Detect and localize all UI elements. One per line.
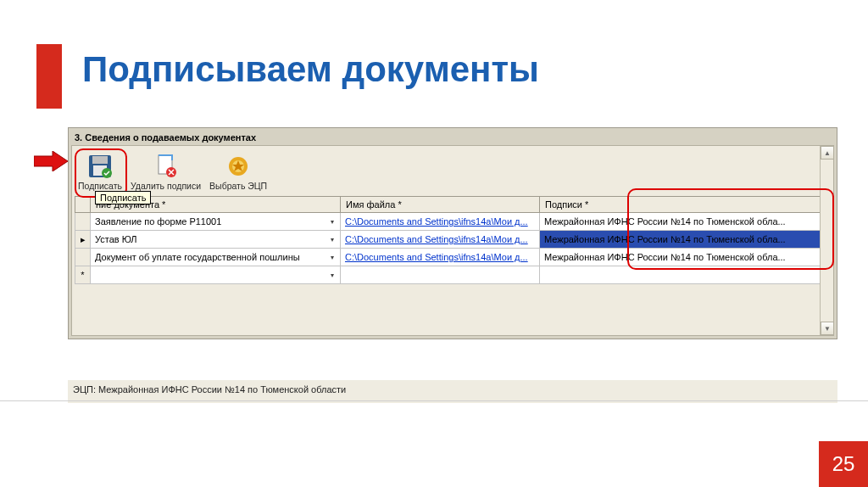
sign-button[interactable]: Подписать bbox=[78, 152, 122, 191]
slide-divider bbox=[0, 400, 868, 401]
pointer-arrow-icon bbox=[34, 151, 68, 171]
document-delete-icon bbox=[152, 152, 181, 181]
table-row[interactable]: ▸Устав ЮЛ▾C:\Documents and Settings\ifns… bbox=[75, 231, 831, 249]
table-row[interactable]: *▾ bbox=[75, 266, 831, 284]
title-accent-bar bbox=[36, 44, 62, 109]
signature-cell[interactable]: Межрайонная ИФНС России №14 по Тюменской… bbox=[540, 249, 831, 266]
slide-number-badge: 25 bbox=[819, 441, 868, 487]
file-path-cell[interactable]: C:\Documents and Settings\ifns14a\Мои д.… bbox=[341, 213, 540, 231]
doc-name-cell[interactable]: Документ об уплате государственной пошли… bbox=[91, 249, 341, 266]
choose-ecp-button[interactable]: Выбрать ЭЦП bbox=[209, 152, 267, 191]
svg-marker-0 bbox=[34, 151, 68, 171]
file-path-cell[interactable]: C:\Documents and Settings\ifns14a\Мои д.… bbox=[341, 231, 540, 249]
choose-ecp-label: Выбрать ЭЦП bbox=[209, 181, 267, 191]
documents-table: ние документа * Имя файла * Подписи * За… bbox=[75, 196, 831, 284]
delete-signatures-label: Удалить подписи bbox=[131, 181, 201, 191]
scroll-track[interactable] bbox=[821, 160, 833, 322]
document-panel: 3. Сведения о подаваемых документах Подп… bbox=[68, 127, 837, 339]
signature-cell[interactable] bbox=[540, 266, 831, 284]
doc-name-cell[interactable]: Заявление по форме Р11001▾ bbox=[91, 213, 341, 231]
scroll-down-button[interactable]: ▼ bbox=[821, 322, 834, 335]
file-path-cell[interactable]: C:\Documents and Settings\ifns14a\Мои д.… bbox=[341, 249, 540, 266]
doc-name-cell[interactable]: ▾ bbox=[91, 266, 341, 284]
sign-button-label: Подписать bbox=[78, 181, 122, 191]
seal-icon bbox=[224, 152, 253, 181]
row-marker bbox=[75, 249, 91, 266]
row-marker-header bbox=[75, 197, 91, 213]
chevron-down-icon[interactable]: ▾ bbox=[326, 268, 338, 282]
file-path-cell[interactable] bbox=[341, 266, 540, 284]
status-bar: ЭЦП: Межрайонная ИФНС России №14 по Тюме… bbox=[68, 379, 837, 403]
toolbar: Подписать Удалить подписи bbox=[75, 148, 831, 196]
doc-name-cell[interactable]: Устав ЮЛ▾ bbox=[91, 231, 341, 249]
scroll-up-button[interactable]: ▲ bbox=[821, 146, 834, 160]
row-marker: ▸ bbox=[75, 231, 91, 249]
signature-cell[interactable]: Межрайонная ИФНС России №14 по Тюменской… bbox=[540, 231, 831, 249]
sign-tooltip: Подписать bbox=[95, 191, 151, 204]
page-title: Подписываем документы bbox=[82, 49, 539, 90]
inner-panel: Подписать Удалить подписи bbox=[71, 145, 834, 336]
row-marker: * bbox=[75, 266, 91, 284]
section-header: 3. Сведения о подаваемых документах bbox=[71, 131, 834, 145]
delete-signatures-button[interactable]: Удалить подписи bbox=[131, 152, 201, 191]
vertical-scrollbar[interactable]: ▲ ▼ bbox=[820, 146, 833, 335]
row-marker bbox=[75, 213, 91, 231]
signature-cell[interactable]: Межрайонная ИФНС России №14 по Тюменской… bbox=[540, 213, 831, 231]
file-link[interactable]: C:\Documents and Settings\ifns14a\Мои д.… bbox=[345, 216, 528, 227]
file-link[interactable]: C:\Documents and Settings\ifns14a\Мои д.… bbox=[345, 252, 528, 262]
floppy-disk-icon bbox=[86, 152, 114, 181]
chevron-down-icon[interactable]: ▾ bbox=[326, 232, 338, 246]
file-link[interactable]: C:\Documents and Settings\ifns14a\Мои д.… bbox=[345, 234, 528, 244]
chevron-down-icon[interactable]: ▾ bbox=[326, 250, 338, 264]
chevron-down-icon[interactable]: ▾ bbox=[326, 215, 338, 228]
table-row[interactable]: Документ об уплате государственной пошли… bbox=[75, 249, 831, 266]
svg-rect-2 bbox=[92, 156, 108, 164]
table-row[interactable]: Заявление по форме Р11001▾C:\Documents a… bbox=[75, 213, 831, 231]
column-header-file[interactable]: Имя файла * bbox=[341, 197, 540, 213]
column-header-signatures[interactable]: Подписи * bbox=[540, 197, 831, 213]
